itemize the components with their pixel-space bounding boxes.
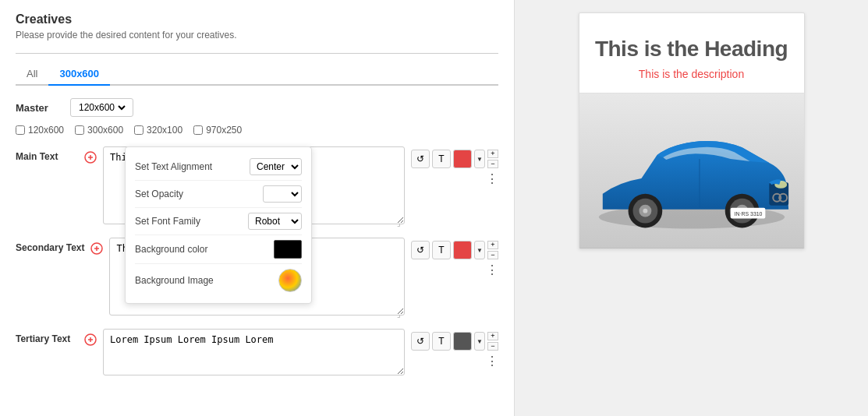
checkbox-300x600[interactable]: 300x600: [75, 125, 123, 136]
text-alignment-select[interactable]: Center Left Right: [250, 158, 302, 175]
secondary-text-icon[interactable]: [90, 238, 103, 257]
bg-image-label: Background Image: [135, 275, 214, 286]
secondary-plus-btn[interactable]: +: [487, 241, 498, 249]
page-subtitle: Please provide the desired content for y…: [16, 30, 498, 41]
secondary-resize-handle[interactable]: ⌟: [397, 310, 403, 316]
tertiary-text-icon[interactable]: [84, 329, 97, 348]
master-size-select[interactable]: 120x600 300x600 320x100 970x250: [70, 98, 133, 117]
secondary-undo-button[interactable]: ↺: [411, 241, 430, 259]
tertiary-text-input[interactable]: Lorem Ipsum Lorem Ipsum Lorem: [103, 329, 405, 375]
checkbox-320x100[interactable]: 320x100: [134, 125, 182, 136]
preview-heading: This is the Heading: [579, 13, 804, 68]
tertiary-color-picker[interactable]: [453, 332, 472, 351]
color-picker-red[interactable]: [453, 150, 472, 168]
text-format-button[interactable]: T: [432, 150, 451, 168]
tertiary-color-arrow[interactable]: ▼: [474, 332, 485, 351]
opacity-select[interactable]: 10% 50% 100%: [263, 185, 302, 203]
tertiary-text-label: Tertiary Text: [16, 329, 78, 344]
master-size-dropdown[interactable]: 120x600 300x600 320x100 970x250: [76, 101, 128, 114]
font-family-label: Set Font Family: [135, 216, 200, 227]
tertiary-minus-btn[interactable]: −: [487, 342, 498, 351]
bg-color-swatch[interactable]: [274, 240, 302, 259]
font-family-select[interactable]: Robot Roboto Arial: [248, 213, 302, 230]
tab-300x600[interactable]: 300x600: [48, 63, 110, 86]
minus-btn[interactable]: −: [487, 160, 498, 168]
plus-btn[interactable]: +: [487, 150, 498, 158]
main-text-label: Main Text: [16, 146, 78, 162]
secondary-text-format-button[interactable]: T: [432, 241, 451, 259]
opacity-label: Set Opacity: [135, 189, 183, 199]
checkbox-970x250[interactable]: 970x250: [193, 125, 242, 136]
text-options-popup: Set Text Alignment Center Left Right Set…: [125, 146, 312, 304]
page-title: Creatives: [16, 12, 498, 26]
checkbox-120x600[interactable]: 120x600: [16, 125, 64, 136]
tertiary-undo-button[interactable]: ↺: [411, 332, 430, 351]
tabs-container: All 300x600: [16, 63, 498, 86]
secondary-color-arrow[interactable]: ▼: [474, 241, 485, 259]
tertiary-more-btn[interactable]: ⋮: [486, 354, 498, 368]
undo-button[interactable]: ↺: [411, 150, 430, 168]
tertiary-plus-btn[interactable]: +: [487, 332, 498, 340]
tertiary-text-format-button[interactable]: T: [432, 332, 451, 351]
tab-all[interactable]: All: [16, 63, 48, 86]
main-text-icon[interactable]: [84, 146, 97, 166]
svg-point-18: [643, 209, 647, 213]
secondary-more-btn[interactable]: ⋮: [486, 263, 498, 277]
bg-color-label: Background color: [135, 244, 207, 255]
text-alignment-label: Set Text Alignment: [135, 161, 212, 172]
secondary-text-label: Secondary Text: [16, 238, 84, 253]
resize-handle[interactable]: ⌟: [397, 219, 403, 225]
preview-car-image: IN·RS 3310: [579, 93, 804, 249]
secondary-color-picker[interactable]: [453, 241, 472, 259]
preview-description: This is the description: [579, 68, 804, 93]
more-options-btn[interactable]: ⋮: [486, 171, 498, 186]
secondary-minus-btn[interactable]: −: [487, 251, 498, 259]
svg-text:IN·RS 3310: IN·RS 3310: [734, 211, 762, 217]
master-label: Master: [16, 102, 62, 114]
color-arrow-btn[interactable]: ▼: [474, 150, 485, 168]
bg-image-thumb[interactable]: [278, 269, 302, 292]
preview-card: This is the Heading This is the descript…: [579, 12, 805, 249]
